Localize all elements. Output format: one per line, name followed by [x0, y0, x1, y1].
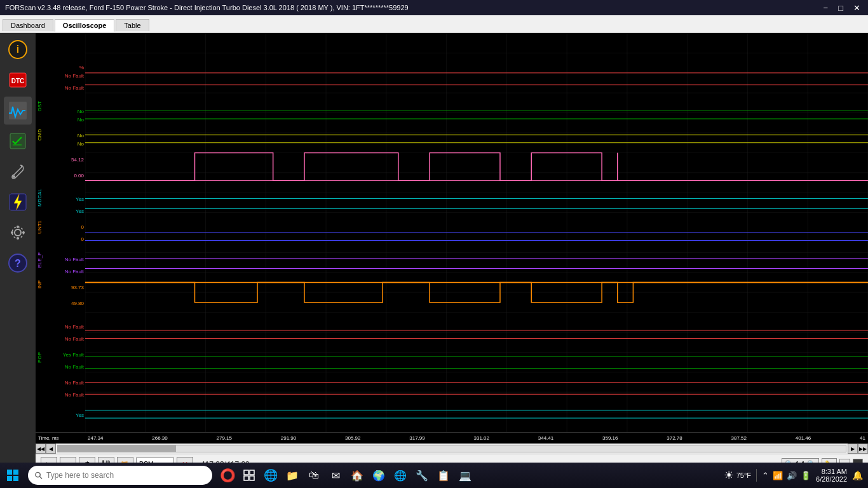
y-label-0b: 0: [81, 236, 84, 242]
sidebar-dtc-button[interactable]: DTC: [4, 66, 32, 94]
svg-rect-21: [13, 476, 18, 481]
svg-point-7: [13, 175, 15, 178]
y-label-cmd: CMD: [37, 129, 43, 140]
search-bar[interactable]: [28, 466, 212, 485]
svg-line-23: [39, 477, 42, 479]
tab-dashboard[interactable]: Dashboard: [3, 19, 53, 31]
scroll-right[interactable]: ▶: [848, 444, 858, 454]
taskbar-cortana[interactable]: ⭕: [217, 465, 238, 485]
y-label-yesfault: Yes Fault: [63, 352, 84, 358]
svg-rect-27: [250, 476, 254, 480]
sidebar-lightning-button[interactable]: [4, 188, 32, 216]
system-tray: ☀ 75°F ⌃ 📶 🔊 🔋 8:31 AM 6/28/2022 🔔: [719, 463, 868, 488]
temperature: 75°F: [736, 471, 751, 479]
close-button[interactable]: ✕: [851, 3, 863, 13]
y-axis: % No Fault No Fault OST No No CMD No No …: [36, 33, 85, 432]
taskbar-app1[interactable]: 🔧: [412, 465, 432, 485]
svg-point-15: [22, 231, 25, 234]
weather-icon: ☀: [724, 468, 734, 482]
sidebar-checklist-button[interactable]: [4, 127, 32, 155]
svg-point-10: [15, 229, 21, 236]
taskbar-app3[interactable]: 💻: [455, 465, 475, 485]
arrow-up-icon[interactable]: ⌃: [762, 471, 769, 480]
y-label-ost: OST: [37, 101, 43, 111]
taskbar-folder[interactable]: 📁: [282, 465, 302, 485]
svg-text:i: i: [17, 44, 19, 55]
time-label-12: 41: [860, 435, 865, 441]
time-label-3: 291.90: [281, 435, 296, 441]
sidebar-info-button[interactable]: i: [4, 36, 32, 64]
time-label-0: 247.34: [88, 435, 103, 441]
network-icon[interactable]: 📶: [773, 471, 783, 480]
svg-point-14: [11, 231, 13, 234]
sidebar-tools-button[interactable]: [4, 158, 32, 186]
svg-rect-24: [244, 470, 248, 475]
svg-rect-20: [7, 476, 12, 481]
y-label-nofault5: No Fault: [65, 324, 84, 330]
time-unit-label: Time, ms: [38, 435, 59, 441]
svg-point-11: [12, 227, 24, 238]
taskbar-app2[interactable]: 📋: [433, 465, 454, 485]
y-label-yes2: Yes: [76, 208, 84, 214]
taskbar-globe1[interactable]: 🌍: [369, 465, 389, 485]
time-label-1: 266.30: [152, 435, 167, 441]
y-label-mdcal: MDCAL: [37, 189, 43, 207]
start-button[interactable]: [0, 463, 25, 488]
app-window: Dashboard Oscilloscope Table i DTC: [0, 15, 868, 488]
svg-rect-19: [13, 470, 18, 475]
y-label-nofault1: No Fault: [65, 73, 84, 79]
y-label-54: 54.12: [71, 157, 84, 163]
time-label-6: 331.02: [474, 435, 489, 441]
sidebar-wave-button[interactable]: [4, 97, 32, 125]
scroll-left-far[interactable]: ◀◀: [36, 444, 46, 454]
scroll-right-far[interactable]: ▶▶: [858, 444, 868, 454]
oscilloscope-canvas: [85, 33, 868, 432]
taskbar-edge[interactable]: 🌐: [261, 465, 281, 485]
y-label-no3: No: [78, 133, 84, 139]
volume-icon[interactable]: 🔊: [787, 471, 797, 480]
svg-rect-25: [250, 470, 254, 475]
app-title: FORScan v2.3.48 release, Ford F-150 Powe…: [5, 4, 409, 11]
notification-bell[interactable]: 🔔: [852, 470, 863, 480]
svg-rect-18: [7, 470, 12, 475]
search-input[interactable]: [46, 471, 206, 480]
maximize-button[interactable]: □: [836, 3, 846, 13]
clock-date: 6/28/2022: [816, 475, 847, 483]
y-label-no4: No: [78, 141, 84, 147]
scrollbar-thumb[interactable]: [58, 445, 176, 452]
svg-point-22: [36, 472, 40, 477]
y-label-no1: No: [78, 109, 84, 114]
taskbar-home[interactable]: 🏠: [347, 465, 367, 485]
tray-icons: ⌃ 📶 🔊 🔋: [762, 471, 811, 480]
main-content: i DTC: [0, 33, 868, 488]
window-controls: − □ ✕: [821, 3, 863, 13]
y-label-nofault8: No Fault: [65, 380, 84, 386]
taskbar-mail[interactable]: ✉: [325, 465, 346, 485]
minimize-button[interactable]: −: [821, 3, 831, 13]
clock[interactable]: 8:31 AM 6/28/2022: [816, 468, 847, 483]
sidebar-help-button[interactable]: ?: [4, 249, 32, 277]
taskbar-store[interactable]: 🛍: [304, 465, 324, 485]
title-bar: FORScan v2.3.48 release, Ford F-150 Powe…: [0, 0, 868, 15]
battery-icon[interactable]: 🔋: [801, 471, 811, 480]
svg-text:?: ?: [15, 258, 21, 269]
windows-taskbar: ⭕ 🌐 📁 🛍 ✉ 🏠 🌍 🌐 🔧 📋 💻 ☀ 75°F ⌃ 📶 🔊 🔋: [0, 463, 868, 488]
svg-point-12: [17, 226, 19, 228]
tab-oscilloscope[interactable]: Oscilloscope: [55, 19, 114, 32]
taskbar-chrome[interactable]: 🌐: [390, 465, 410, 485]
taskbar-taskview[interactable]: [239, 465, 259, 485]
time-label-10: 387.52: [731, 435, 747, 441]
scroll-left[interactable]: ◀: [46, 444, 56, 454]
y-label-0a: 0: [81, 224, 84, 230]
sidebar-settings-button[interactable]: [4, 219, 32, 247]
y-label-00: 0.00: [74, 173, 84, 179]
scrollbar-track[interactable]: [57, 445, 846, 452]
y-label-percent: %: [79, 65, 84, 71]
y-label-nofault6: No Fault: [65, 336, 84, 342]
oscilloscope-panel: % No Fault No Fault OST No No CMD No No …: [36, 33, 868, 488]
tab-table[interactable]: Table: [116, 19, 149, 31]
clock-time: 8:31 AM: [816, 468, 847, 475]
y-label-yes1: Yes: [76, 196, 84, 202]
time-label-2: 279.15: [217, 435, 232, 441]
y-label-inf: INF: [37, 280, 43, 288]
